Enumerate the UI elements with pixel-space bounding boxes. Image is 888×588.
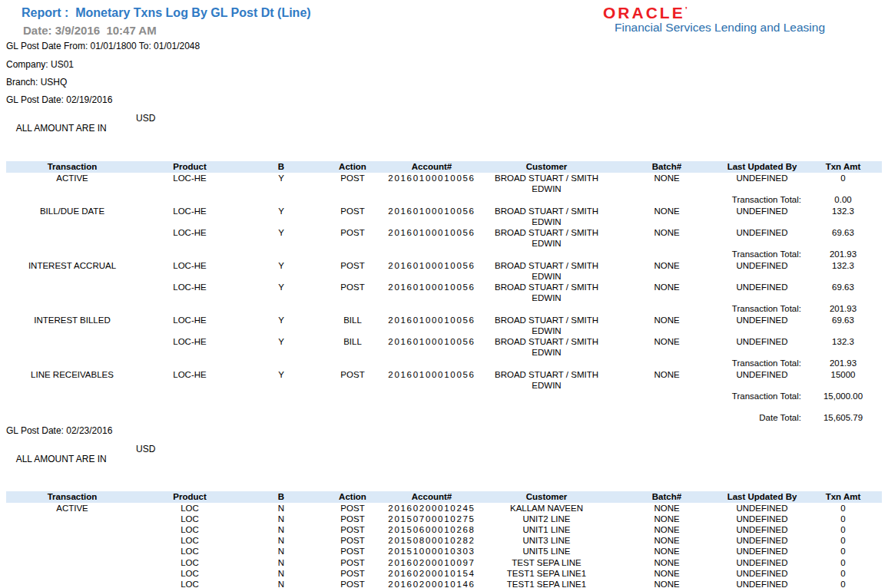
cell-action: POST [321,260,384,282]
transaction-total-amount: 201.93 [804,358,882,368]
column-header-product: Product [138,491,241,503]
cell-transaction: BILL/DUE DATE [6,206,138,227]
total-spacer [6,249,720,259]
cell-txn-amt: 0 [804,546,882,557]
cell-batch: NONE [614,557,720,568]
cell-batch: NONE [614,227,720,249]
cell-batch: NONE [614,579,720,588]
product-name: Financial Services Lending and Leasing [615,21,825,34]
gl-post-date-range: GL Post Date From: 01/01/1800 To: 01/01/… [6,41,888,51]
cell-b: Y [241,315,321,336]
cell-action: BILL [321,336,384,358]
gl-post-date: GL Post Date: 02/19/2016 [6,95,888,105]
cell-b: N [241,557,321,568]
transaction-total-label: Transaction Total: [720,249,804,259]
cell-action: POST [321,206,384,227]
table-row: ACTIVELOC-HEYPOST20160100010056BROAD STU… [6,173,882,194]
column-header-action: Action [321,161,384,173]
table-row: INTEREST BILLEDLOC-HEYBILL20160100010056… [6,315,882,336]
column-header-transaction: Transaction [6,161,138,173]
cell-customer: UNIT2 LINE [479,514,614,524]
column-header-customer: Customer [479,491,614,503]
cell-txn-amt: 132.3 [804,260,882,282]
cell-action: POST [321,369,384,391]
cell-txn-amt: 69.63 [804,282,882,303]
cell-product: LOC-HE [138,206,241,227]
column-header-b: B [241,491,321,503]
cell-txn-amt: 0 [804,503,882,514]
cell-batch: NONE [614,503,720,514]
column-header-batch: Batch# [614,491,720,503]
cell-transaction: LINE RECEIVABLES [6,369,138,391]
report-header: Report : Monetary Txns Log By GL Post Dt… [0,0,888,41]
cell-customer: BROAD STUART / SMITH EDWIN [479,260,614,282]
cell-action: POST [321,579,384,588]
cell-batch: NONE [614,514,720,524]
cell-action: POST [321,227,384,249]
column-header-batch: Batch# [614,161,720,173]
cell-product: LOC-HE [138,369,241,391]
cell-customer: BROAD STUART / SMITH EDWIN [479,173,614,194]
cell-txn-amt: 0 [804,535,882,546]
cell-last-updated-by: UNDEFINED [720,282,804,303]
cell-customer: UNIT3 LINE [479,535,614,546]
column-header-customer: Customer [479,161,614,173]
cell-txn-amt: 0 [804,568,882,579]
cell-account: 20160100010056 [384,336,479,358]
cell-product: LOC-HE [138,336,241,358]
cell-last-updated-by: UNDEFINED [720,524,804,535]
cell-transaction [6,514,138,524]
cell-txn-amt: 69.63 [804,315,882,336]
column-header-last-updated-by: Last Updated By [720,161,804,173]
cell-b: Y [241,369,321,391]
cell-transaction [6,557,138,568]
cell-customer: KALLAM NAVEEN [479,503,614,514]
cell-product: LOC-HE [138,282,241,303]
cell-customer: BROAD STUART / SMITH EDWIN [479,206,614,227]
cell-transaction [6,568,138,579]
date-total-row: Date Total:15,605.79 [6,412,882,423]
table-body: ACTIVELOC-HEYPOST20160100010056BROAD STU… [6,173,882,424]
cell-product: LOC [138,524,241,535]
section-02-19-2016: GL Post Date: 02/19/2016 ALL AMOUNT ARE … [0,95,888,424]
cell-customer: BROAD STUART / SMITH EDWIN [479,227,614,249]
cell-txn-amt: 69.63 [804,227,882,249]
cell-account: 20160200010245 [384,503,479,514]
transaction-total-row: Transaction Total:201.93 [6,303,882,314]
column-header-product: Product [138,161,241,173]
table-header-row: Transaction Product B Action Account# Cu… [6,161,882,173]
currency-code: USD [136,114,155,124]
cell-transaction [6,336,138,358]
table-row: ACTIVELOCNPOST20160200010245KALLAM NAVEE… [6,503,882,514]
transaction-total-row: Transaction Total:0.00 [6,194,882,205]
cell-customer: UNIT1 LINE [479,524,614,535]
cell-product: LOC [138,568,241,579]
cell-txn-amt: 0 [804,557,882,568]
transaction-total-amount: 15,000.00 [804,391,882,401]
cell-account: 20150600010268 [384,524,479,535]
cell-customer: BROAD STUART / SMITH EDWIN [479,336,614,358]
cell-action: POST [321,173,384,194]
cell-product: LOC [138,579,241,588]
cell-last-updated-by: UNDEFINED [720,336,804,358]
transaction-total-amount: 201.93 [804,303,882,314]
cell-batch: NONE [614,206,720,227]
total-spacer [6,194,720,205]
cell-b: Y [241,173,321,194]
total-spacer [6,303,720,314]
cell-batch: NONE [614,568,720,579]
table-row: LOCNPOST20150700010275UNIT2 LINENONEUNDE… [6,514,882,524]
gl-post-date: GL Post Date: 02/23/2016 [6,426,888,436]
cell-last-updated-by: UNDEFINED [720,557,804,568]
cell-last-updated-by: UNDEFINED [720,579,804,588]
cell-txn-amt: 0 [804,579,882,588]
cell-b: Y [241,206,321,227]
cell-product: LOC [138,514,241,524]
table-row: LOC-HEYPOST20160100010056BROAD STUART / … [6,282,882,303]
table-row: LOC-HEYBILL20160100010056BROAD STUART / … [6,336,882,358]
cell-transaction: ACTIVE [6,173,138,194]
cell-txn-amt: 0 [804,514,882,524]
table-row: LOCNPOST20150800010282UNIT3 LINENONEUNDE… [6,535,882,546]
table-row: LOCNPOST20160200010146TEST1 SEPA LINE1NO… [6,579,882,588]
cell-b: N [241,546,321,557]
